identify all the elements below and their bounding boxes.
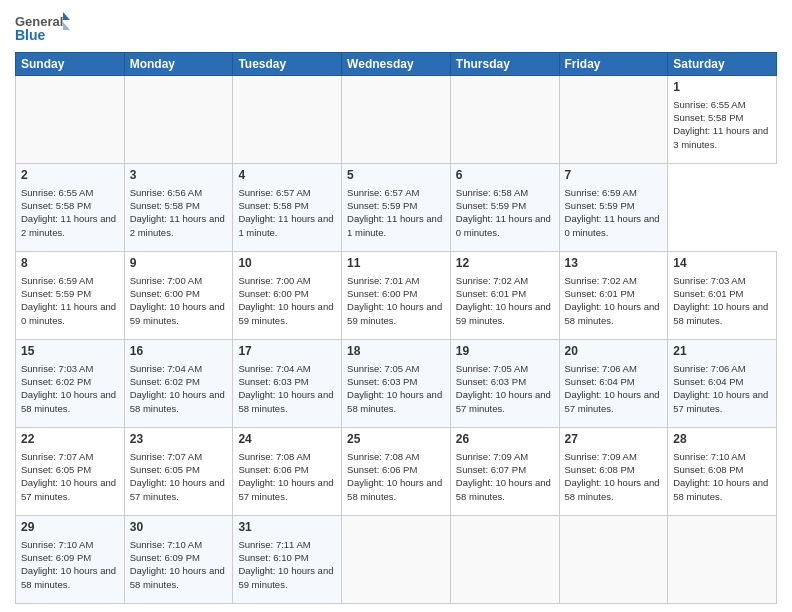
- sunset-text: Sunset: 6:05 PM: [130, 464, 200, 475]
- day-number: 6: [456, 167, 554, 184]
- week-row-3: 15Sunrise: 7:03 AMSunset: 6:02 PMDayligh…: [16, 340, 777, 428]
- daylight-text: Daylight: 10 hours and 57 minutes.: [565, 389, 660, 413]
- sunrise-text: Sunrise: 6:57 AM: [347, 187, 419, 198]
- calendar-cell: [559, 76, 668, 164]
- sunset-text: Sunset: 6:00 PM: [238, 288, 308, 299]
- sunset-text: Sunset: 6:09 PM: [21, 552, 91, 563]
- daylight-text: Daylight: 11 hours and 0 minutes.: [21, 301, 116, 325]
- sunrise-text: Sunrise: 7:09 AM: [565, 451, 637, 462]
- day-number: 21: [673, 343, 771, 360]
- calendar-cell: 29Sunrise: 7:10 AMSunset: 6:09 PMDayligh…: [16, 516, 125, 604]
- day-number: 18: [347, 343, 445, 360]
- daylight-text: Daylight: 10 hours and 58 minutes.: [673, 477, 768, 501]
- sunset-text: Sunset: 6:03 PM: [456, 376, 526, 387]
- day-number: 29: [21, 519, 119, 536]
- day-number: 14: [673, 255, 771, 272]
- sunrise-text: Sunrise: 6:55 AM: [21, 187, 93, 198]
- day-number: 10: [238, 255, 336, 272]
- sunset-text: Sunset: 6:01 PM: [565, 288, 635, 299]
- sunset-text: Sunset: 6:03 PM: [347, 376, 417, 387]
- calendar-cell: 4Sunrise: 6:57 AMSunset: 5:58 PMDaylight…: [233, 164, 342, 252]
- sunset-text: Sunset: 6:04 PM: [565, 376, 635, 387]
- calendar-cell: [233, 76, 342, 164]
- sunset-text: Sunset: 6:04 PM: [673, 376, 743, 387]
- sunrise-text: Sunrise: 6:55 AM: [673, 99, 745, 110]
- day-number: 1: [673, 79, 771, 96]
- sunrise-text: Sunrise: 7:01 AM: [347, 275, 419, 286]
- daylight-text: Daylight: 10 hours and 58 minutes.: [21, 565, 116, 589]
- svg-marker-2: [63, 12, 70, 20]
- day-number: 15: [21, 343, 119, 360]
- daylight-text: Daylight: 10 hours and 58 minutes.: [456, 477, 551, 501]
- daylight-text: Daylight: 10 hours and 57 minutes.: [673, 389, 768, 413]
- sunrise-text: Sunrise: 7:11 AM: [238, 539, 310, 550]
- daylight-text: Daylight: 11 hours and 1 minute.: [238, 213, 333, 237]
- sunrise-text: Sunrise: 6:56 AM: [130, 187, 202, 198]
- day-number: 25: [347, 431, 445, 448]
- day-number: 24: [238, 431, 336, 448]
- sunset-text: Sunset: 6:03 PM: [238, 376, 308, 387]
- daylight-text: Daylight: 10 hours and 58 minutes.: [130, 389, 225, 413]
- calendar-cell: 25Sunrise: 7:08 AMSunset: 6:06 PMDayligh…: [342, 428, 451, 516]
- sunrise-text: Sunrise: 7:05 AM: [456, 363, 528, 374]
- weekday-header-thursday: Thursday: [450, 53, 559, 76]
- calendar-cell: 10Sunrise: 7:00 AMSunset: 6:00 PMDayligh…: [233, 252, 342, 340]
- week-row-5: 29Sunrise: 7:10 AMSunset: 6:09 PMDayligh…: [16, 516, 777, 604]
- calendar-cell: 3Sunrise: 6:56 AMSunset: 5:58 PMDaylight…: [124, 164, 233, 252]
- daylight-text: Daylight: 10 hours and 57 minutes.: [21, 477, 116, 501]
- weekday-header-wednesday: Wednesday: [342, 53, 451, 76]
- daylight-text: Daylight: 10 hours and 59 minutes.: [238, 301, 333, 325]
- sunrise-text: Sunrise: 7:07 AM: [21, 451, 93, 462]
- calendar-cell: [342, 76, 451, 164]
- week-row-2: 8Sunrise: 6:59 AMSunset: 5:59 PMDaylight…: [16, 252, 777, 340]
- sunrise-text: Sunrise: 7:02 AM: [565, 275, 637, 286]
- calendar-cell: [16, 76, 125, 164]
- daylight-text: Daylight: 10 hours and 58 minutes.: [673, 301, 768, 325]
- sunset-text: Sunset: 5:59 PM: [347, 200, 417, 211]
- sunset-text: Sunset: 5:59 PM: [565, 200, 635, 211]
- weekday-header-sunday: Sunday: [16, 53, 125, 76]
- sunset-text: Sunset: 6:08 PM: [673, 464, 743, 475]
- sunrise-text: Sunrise: 7:08 AM: [347, 451, 419, 462]
- calendar-cell: 17Sunrise: 7:04 AMSunset: 6:03 PMDayligh…: [233, 340, 342, 428]
- logo-icon: General Blue: [15, 10, 70, 46]
- sunrise-text: Sunrise: 7:08 AM: [238, 451, 310, 462]
- day-number: 13: [565, 255, 663, 272]
- calendar-cell: [559, 516, 668, 604]
- calendar-cell: 8Sunrise: 6:59 AMSunset: 5:59 PMDaylight…: [16, 252, 125, 340]
- sunset-text: Sunset: 6:08 PM: [565, 464, 635, 475]
- day-number: 31: [238, 519, 336, 536]
- week-row-4: 22Sunrise: 7:07 AMSunset: 6:05 PMDayligh…: [16, 428, 777, 516]
- calendar-cell: 14Sunrise: 7:03 AMSunset: 6:01 PMDayligh…: [668, 252, 777, 340]
- day-number: 26: [456, 431, 554, 448]
- sunset-text: Sunset: 6:06 PM: [238, 464, 308, 475]
- daylight-text: Daylight: 10 hours and 57 minutes.: [456, 389, 551, 413]
- sunset-text: Sunset: 6:05 PM: [21, 464, 91, 475]
- day-number: 27: [565, 431, 663, 448]
- calendar-cell: 16Sunrise: 7:04 AMSunset: 6:02 PMDayligh…: [124, 340, 233, 428]
- week-row-0: 1Sunrise: 6:55 AMSunset: 5:58 PMDaylight…: [16, 76, 777, 164]
- daylight-text: Daylight: 10 hours and 59 minutes.: [238, 565, 333, 589]
- day-number: 23: [130, 431, 228, 448]
- daylight-text: Daylight: 10 hours and 58 minutes.: [565, 477, 660, 501]
- calendar-cell: 20Sunrise: 7:06 AMSunset: 6:04 PMDayligh…: [559, 340, 668, 428]
- sunset-text: Sunset: 5:58 PM: [130, 200, 200, 211]
- calendar-cell: 13Sunrise: 7:02 AMSunset: 6:01 PMDayligh…: [559, 252, 668, 340]
- calendar-cell: 6Sunrise: 6:58 AMSunset: 5:59 PMDaylight…: [450, 164, 559, 252]
- logo: General Blue: [15, 10, 70, 46]
- day-number: 4: [238, 167, 336, 184]
- header: General Blue: [15, 10, 777, 46]
- week-row-1: 2Sunrise: 6:55 AMSunset: 5:58 PMDaylight…: [16, 164, 777, 252]
- sunset-text: Sunset: 6:01 PM: [456, 288, 526, 299]
- sunset-text: Sunset: 6:07 PM: [456, 464, 526, 475]
- sunset-text: Sunset: 6:01 PM: [673, 288, 743, 299]
- calendar-cell: 28Sunrise: 7:10 AMSunset: 6:08 PMDayligh…: [668, 428, 777, 516]
- sunrise-text: Sunrise: 7:05 AM: [347, 363, 419, 374]
- sunrise-text: Sunrise: 7:04 AM: [238, 363, 310, 374]
- daylight-text: Daylight: 10 hours and 59 minutes.: [456, 301, 551, 325]
- sunset-text: Sunset: 5:58 PM: [238, 200, 308, 211]
- sunrise-text: Sunrise: 6:57 AM: [238, 187, 310, 198]
- sunrise-text: Sunrise: 6:59 AM: [21, 275, 93, 286]
- sunrise-text: Sunrise: 7:07 AM: [130, 451, 202, 462]
- daylight-text: Daylight: 11 hours and 0 minutes.: [456, 213, 551, 237]
